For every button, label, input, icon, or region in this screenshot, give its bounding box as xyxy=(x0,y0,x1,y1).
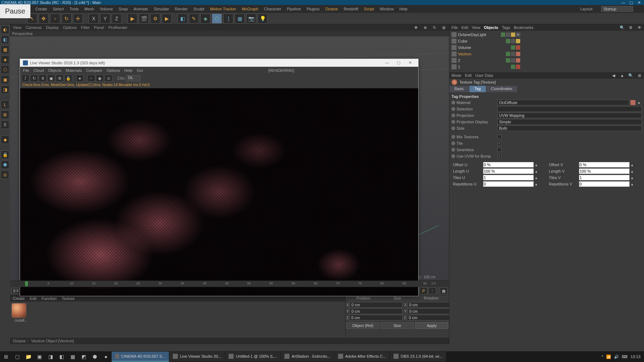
offset-u-input[interactable] xyxy=(483,162,534,168)
vp-menu-cameras[interactable]: Cameras xyxy=(26,25,42,30)
vp-nav-icon[interactable]: ✥ xyxy=(413,25,418,30)
locked-button[interactable]: 🔒 xyxy=(1,150,9,159)
taskbar-item[interactable]: OBS 23.1.0 (64-bit, wi... xyxy=(390,352,446,362)
attr-menu-edit[interactable]: Edit xyxy=(465,73,472,78)
dot-tag[interactable] xyxy=(506,33,510,37)
coords-mode-dropdown[interactable]: Object (Rel) xyxy=(346,322,379,329)
tray-volume-icon[interactable]: 🔊 xyxy=(614,354,619,359)
length-u-input[interactable] xyxy=(483,168,534,174)
menu-window[interactable]: Window xyxy=(380,7,394,11)
point-mode-button[interactable]: ⬡ xyxy=(1,65,9,74)
om-menu-file[interactable]: File xyxy=(452,25,458,30)
attr-menu-userdata[interactable]: User Data xyxy=(475,73,493,78)
edge-mode-button[interactable]: ▣ xyxy=(1,75,9,84)
render-solo-button[interactable]: ⬢ xyxy=(1,160,9,169)
om-filter-icon[interactable]: ⚙ xyxy=(628,25,633,30)
floor-button[interactable]: ▦ xyxy=(235,14,245,24)
lv-menu-file[interactable]: File xyxy=(23,68,29,73)
maximize-button[interactable]: ▢ xyxy=(628,0,635,5)
model-mode-button[interactable]: ◧ xyxy=(1,35,9,44)
texture-mode-button[interactable]: ▦ xyxy=(1,45,9,54)
lv-menu-help[interactable]: Help xyxy=(125,68,133,73)
offset-v-input[interactable] xyxy=(579,162,630,168)
material-item[interactable]: OctDiff... xyxy=(11,303,30,322)
om-menu-edit[interactable]: Edit xyxy=(462,25,468,30)
app-icon[interactable]: ▣ xyxy=(34,352,45,362)
taskbar-item[interactable]: Untitled-1 @ 100% (L... xyxy=(225,352,280,362)
material-swatch-icon[interactable] xyxy=(630,100,635,105)
lv-chn-dropdown[interactable]: DL xyxy=(126,75,141,81)
lv-menu-gui[interactable]: Gui xyxy=(137,68,143,73)
vis-tag[interactable] xyxy=(501,33,505,37)
rotate-tool[interactable]: ↻ xyxy=(62,14,72,24)
om-search-icon[interactable]: 🔍 xyxy=(620,25,625,30)
app-icon[interactable]: ◩ xyxy=(78,352,89,362)
lv-menu-materials[interactable]: Materials xyxy=(66,68,82,73)
tray-lang-icon[interactable]: ⌨ xyxy=(622,354,628,359)
uvw-bump-checkbox[interactable]: ✓ xyxy=(497,154,502,158)
lv-send-button[interactable]: ⤴ xyxy=(21,75,29,82)
taskbar-item[interactable]: ArtStation - Extinctio... xyxy=(281,352,334,362)
mat-menu-create[interactable]: Create xyxy=(13,296,25,301)
axis-y-button[interactable]: Y xyxy=(100,14,110,24)
subdivsurface-button[interactable]: ◈ xyxy=(200,14,210,24)
attr-menu-mode[interactable]: Mode xyxy=(452,73,462,78)
taskbar-item[interactable]: Adobe After Effects C... xyxy=(335,352,390,362)
lv-menu-options[interactable]: Options xyxy=(107,68,120,73)
vp-rotate-icon[interactable]: ↻ xyxy=(432,25,437,30)
menu-tools[interactable]: Tools xyxy=(69,7,79,11)
pos-z-input[interactable] xyxy=(350,315,402,321)
lv-menu-cloud[interactable]: Cloud xyxy=(34,68,44,73)
tiles-u-input[interactable] xyxy=(483,175,534,180)
vp-zoom-icon[interactable]: ⊕ xyxy=(423,25,428,30)
lv-close-button[interactable]: ✕ xyxy=(405,60,415,65)
menu-redshift[interactable]: Redshift xyxy=(344,7,358,11)
tile-checkbox[interactable]: ✓ xyxy=(497,141,502,145)
env-tag[interactable]: ● xyxy=(516,33,520,37)
tiles-v-input[interactable] xyxy=(579,175,630,180)
side-dropdown[interactable]: Both xyxy=(497,125,642,131)
lv-render-view[interactable] xyxy=(20,88,418,296)
lv-settings-button[interactable]: ⚙ xyxy=(56,75,64,82)
pos-y-input[interactable] xyxy=(350,308,402,314)
bend-button[interactable]: ⟆ xyxy=(223,14,233,24)
attr-fwd-icon[interactable]: 🔍 xyxy=(628,73,633,78)
key-param-button[interactable]: P xyxy=(420,287,428,294)
viewport-3d[interactable]: 1 : 100 cm Live Viewer Studio 2018.1.3 (… xyxy=(10,36,449,281)
render-settings-button[interactable]: ⚙ xyxy=(150,14,160,24)
coords-apply-button[interactable]: Apply xyxy=(415,322,448,329)
recent-tool[interactable]: ✛ xyxy=(73,14,83,24)
lv-sphere-button[interactable]: ● xyxy=(76,75,84,82)
axis-x-button[interactable]: X xyxy=(89,14,99,24)
menu-sculpt[interactable]: Sculpt xyxy=(194,7,205,11)
lv-lock-button[interactable]: 🔒 xyxy=(64,75,72,82)
misc-button[interactable]: ◎ xyxy=(1,170,9,179)
workplane-tool[interactable]: ◆ xyxy=(1,135,9,144)
menu-render[interactable]: Render xyxy=(175,7,187,11)
lv-region-button[interactable]: ▣ xyxy=(47,75,55,82)
seamless-checkbox[interactable] xyxy=(497,148,502,152)
menu-create[interactable]: Create xyxy=(35,7,47,11)
proj-display-dropdown[interactable]: Simple xyxy=(497,119,642,125)
timeline-ruler[interactable]: 0 5 10 15 20 25 30 35 40 45 50 55 60 65 … xyxy=(10,281,449,287)
camera-button[interactable]: 📷 xyxy=(246,14,256,24)
cube-primitive[interactable]: ◧ xyxy=(177,14,187,24)
reps-u-input[interactable] xyxy=(483,181,534,187)
menu-motion-tracker[interactable]: Motion Tracker xyxy=(210,7,236,11)
attr-up-icon[interactable]: ▲ xyxy=(620,73,625,78)
lv-maximize-button[interactable]: ▢ xyxy=(393,60,404,65)
menu-character[interactable]: Character xyxy=(264,7,281,11)
tray-network-icon[interactable]: 📶 xyxy=(606,354,611,359)
make-editable-button[interactable]: ◐ xyxy=(1,25,9,34)
axis-z-button[interactable]: Z xyxy=(112,14,122,24)
om-menu-view[interactable]: View xyxy=(472,25,480,30)
vp-menu-view[interactable]: View xyxy=(13,25,21,30)
mat-menu-function[interactable]: Function xyxy=(42,296,57,301)
lv-titlebar[interactable]: Live Viewer Studio 2018.1.3 (320 days le… xyxy=(20,59,418,67)
explorer-icon[interactable]: 📁 xyxy=(23,352,34,362)
attr-tab-coords[interactable]: Coordinates xyxy=(486,86,518,92)
material-arrow-icon[interactable]: ▸ xyxy=(637,100,642,105)
projection-dropdown[interactable]: UVW Mapping xyxy=(497,113,642,118)
render-button[interactable]: ▶ xyxy=(127,14,137,24)
om-menu-objects[interactable]: Objects xyxy=(484,25,498,30)
